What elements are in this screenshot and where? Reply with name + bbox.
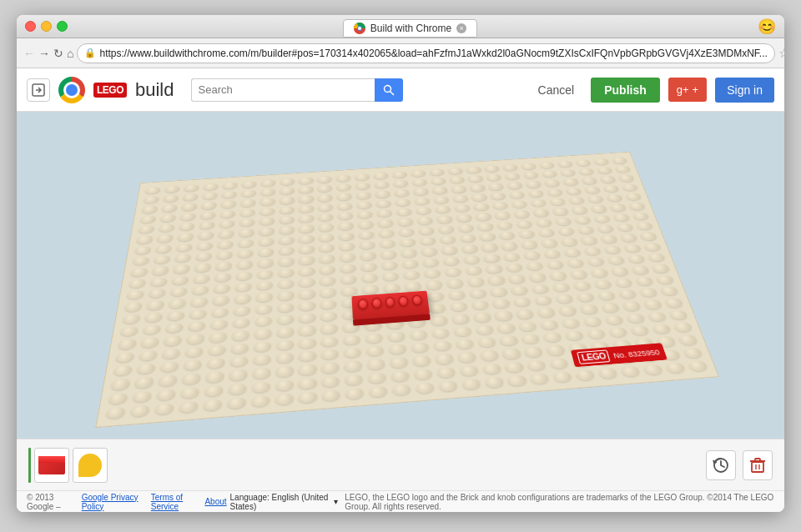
- baseplate-stud: [524, 346, 543, 357]
- baseplate-stud: [236, 260, 253, 269]
- baseplate-stud: [473, 203, 489, 211]
- footer-disclaimer: LEGO, the LEGO logo and the Brick and kn…: [345, 493, 774, 511]
- baseplate-stud: [259, 227, 275, 235]
- baseplate-stud: [259, 198, 275, 206]
- baseplate-stud: [492, 299, 511, 309]
- baseplate-stud: [194, 263, 211, 272]
- baseplate-stud: [359, 230, 375, 239]
- minimize-window-button[interactable]: [41, 21, 52, 32]
- baseplate-stud: [154, 255, 171, 264]
- footer-about-link[interactable]: About: [204, 497, 226, 506]
- emoji-icon: 😊: [758, 18, 776, 36]
- gplus-button[interactable]: g++: [668, 78, 707, 102]
- baseplate-stud: [299, 313, 315, 324]
- baseplate-stud: [521, 334, 541, 344]
- baseplate-stud: [258, 248, 274, 257]
- baseplate-stud: [491, 192, 506, 200]
- baseplate-stud: [368, 372, 386, 384]
- baseplate-stud: [377, 209, 393, 218]
- baseplate-stud: [530, 373, 550, 384]
- close-window-button[interactable]: [25, 21, 36, 32]
- baseplate-stud: [278, 279, 295, 289]
- baseplate-stud: [338, 222, 354, 230]
- baseplate-stud: [459, 365, 478, 377]
- baseplate-stud: [392, 384, 411, 396]
- baseplate-stud: [205, 371, 224, 383]
- publish-button[interactable]: Publish: [591, 78, 660, 103]
- search-input[interactable]: [191, 78, 375, 102]
- baseplate-stud: [376, 199, 392, 208]
- tab-close-button[interactable]: ×: [456, 23, 466, 33]
- baseplate-stud: [160, 361, 179, 373]
- share-button[interactable]: [27, 78, 50, 102]
- svg-point-2: [358, 27, 361, 30]
- baseplate-stud: [124, 302, 143, 312]
- baseplate-stud: [179, 401, 198, 414]
- palette-item-shape[interactable]: [73, 448, 108, 483]
- baseplate-stud: [144, 196, 159, 204]
- home-button[interactable]: ⌂: [67, 43, 73, 63]
- baseplate-stud: [521, 240, 538, 249]
- baseplate-stud: [140, 215, 157, 223]
- baseplate-stud: [174, 264, 191, 274]
- search-button[interactable]: [375, 78, 403, 102]
- baseplate-stud: [580, 304, 599, 314]
- baseplate-stud: [275, 366, 293, 378]
- baseplate-stud: [229, 356, 248, 368]
- baseplate-stud: [663, 298, 683, 308]
- baseplate-stud: [202, 192, 218, 200]
- url-bar[interactable]: 🔒 https://www.buildwithchrome.com/m/buil…: [77, 43, 774, 63]
- baseplate-stud: [435, 354, 453, 365]
- reload-button[interactable]: ↻: [53, 43, 63, 63]
- baseplate-stud: [499, 335, 518, 346]
- baseplate-stud: [486, 264, 503, 274]
- baseplate-stud: [395, 198, 411, 207]
- baseplate-stud: [299, 186, 314, 194]
- delete-button[interactable]: [743, 450, 773, 480]
- baseplate-stud: [475, 324, 493, 335]
- baseplate-stud: [223, 182, 238, 189]
- footer-copyright: © 2013 Google –: [27, 493, 78, 511]
- baseplate-stud: [197, 242, 214, 251]
- palette-item-red-brick[interactable]: [34, 448, 69, 483]
- footer-privacy-link[interactable]: Google Privacy Policy: [82, 493, 148, 511]
- footer-terms-link[interactable]: Terms of Service: [151, 493, 202, 511]
- baseplate-stud: [228, 383, 246, 394]
- baseplate-stud: [502, 348, 521, 359]
- baseplate-stud: [565, 330, 584, 341]
- baseplate-stud: [424, 269, 441, 278]
- baseplate-stud: [278, 268, 294, 277]
- baseplate-stud: [561, 238, 578, 247]
- baseplate-stud: [655, 274, 674, 284]
- baseplate-stud: [198, 231, 214, 240]
- baseplate-stud: [600, 234, 617, 243]
- baseplate-stud: [319, 243, 335, 253]
- baseplate-stud: [336, 183, 351, 191]
- baseplate-stud: [456, 339, 474, 349]
- baseplate-stud: [252, 381, 270, 393]
- history-button[interactable]: [706, 450, 736, 480]
- baseplate-stud: [426, 292, 444, 302]
- baseplate-stud: [611, 157, 627, 164]
- tab-title: Build with Chrome: [370, 23, 451, 34]
- baseplate-stud: [130, 404, 150, 417]
- baseplate-stud: [503, 252, 521, 261]
- baseplate-stud: [299, 338, 316, 349]
- signin-button[interactable]: Sign in: [715, 78, 774, 103]
- cancel-button[interactable]: Cancel: [530, 78, 583, 102]
- baseplate-stud: [617, 174, 634, 182]
- baseplate-stud: [544, 179, 561, 187]
- baseplate-stud: [496, 221, 513, 229]
- baseplate-stud: [477, 223, 494, 231]
- baseplate-stud: [560, 168, 576, 176]
- maximize-window-button[interactable]: [57, 21, 68, 32]
- forward-button[interactable]: →: [38, 43, 50, 63]
- browser-tab[interactable]: Build with Chrome ×: [343, 19, 477, 38]
- language-selector[interactable]: Language: English (United States) ▾: [230, 493, 339, 511]
- back-button[interactable]: ←: [23, 43, 35, 63]
- bookmark-icon[interactable]: ☆: [778, 46, 784, 61]
- baseplate-stud: [562, 318, 581, 329]
- baseplate-stud: [147, 300, 165, 310]
- baseplate-stud: [451, 314, 470, 324]
- baseplate-stud: [396, 208, 412, 216]
